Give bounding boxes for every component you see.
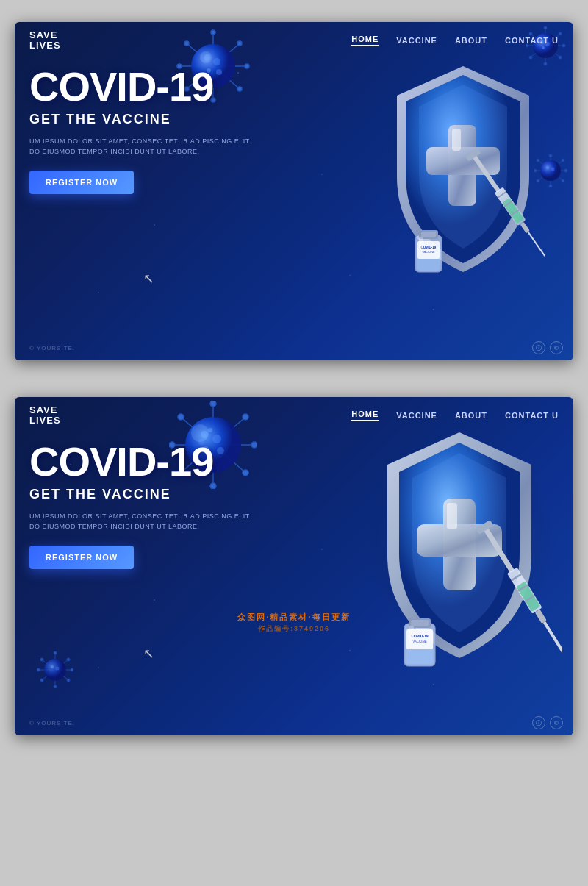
svg-point-45 — [562, 159, 564, 162]
register-button-2[interactable]: REGISTER NOW — [29, 546, 134, 569]
svg-point-18 — [213, 58, 220, 65]
nav-links-2: HOME VACCINE ABOUT CONTACT U — [351, 410, 559, 421]
instagram-icon[interactable]: © — [550, 341, 563, 354]
main-title-2: COVID-19 — [29, 441, 279, 482]
svg-rect-136 — [535, 610, 547, 624]
social-icons-2: ⓘ © — [532, 716, 563, 729]
svg-text:VACCINE: VACCINE — [422, 250, 435, 254]
panel-1: SAVE LIVES HOME VACCINE ABOUT CONTACT U — [15, 22, 573, 360]
sub-title-2: GET THE VACCINE — [29, 487, 279, 502]
svg-point-122 — [44, 659, 66, 681]
svg-rect-73 — [528, 232, 546, 257]
svg-rect-76 — [421, 232, 436, 237]
logo-line2: LIVES — [29, 40, 61, 51]
virus2-2 — [37, 651, 74, 691]
svg-point-123 — [51, 665, 54, 668]
svg-rect-64 — [452, 129, 461, 151]
nav2-vaccine[interactable]: VACCINE — [396, 411, 437, 420]
svg-point-111 — [71, 668, 74, 671]
nav2-home[interactable]: HOME — [351, 410, 379, 421]
svg-text:VACCINE: VACCINE — [412, 640, 427, 643]
logo-line1: SAVE — [29, 30, 61, 40]
panel-2: SAVE LIVES HOME VACCINE ABOUT CONTACT U — [15, 397, 573, 735]
nav-about[interactable]: ABOUT — [455, 36, 487, 45]
shield-container: COVID-19 VACCINE — [345, 51, 551, 301]
main-title: COVID-19 — [29, 66, 279, 107]
svg-rect-128 — [447, 503, 457, 529]
nav-home[interactable]: HOME — [351, 35, 379, 46]
logo-2: SAVE LIVES — [29, 405, 61, 426]
logo2-line1: SAVE — [29, 405, 61, 415]
nav2-contact[interactable]: CONTACT U — [505, 411, 559, 420]
register-button[interactable]: REGISTER NOW — [29, 171, 134, 194]
sub-title: GET THE VACCINE — [29, 112, 279, 127]
watermark: 众图网·精品素材·每日更新 作品编号:3749206 — [237, 612, 350, 634]
nav-vaccine[interactable]: VACCINE — [396, 36, 437, 45]
svg-point-113 — [67, 679, 70, 682]
cursor-icon-2: ↖ — [143, 646, 154, 662]
footer-text: © YOURSITE. — [29, 345, 75, 351]
facebook-icon[interactable]: ⓘ — [532, 341, 545, 354]
svg-point-117 — [40, 679, 43, 682]
svg-point-47 — [564, 169, 567, 172]
svg-point-107 — [54, 651, 57, 654]
cursor-icon: ↖ — [143, 271, 154, 287]
svg-point-119 — [37, 668, 40, 671]
svg-point-109 — [67, 658, 70, 661]
nav2-about[interactable]: ABOUT — [455, 411, 487, 420]
hero-content: COVID-19 GET THE VACCINE UM IPSUM DOLOR … — [29, 66, 279, 194]
svg-point-124 — [56, 667, 60, 671]
navbar: SAVE LIVES HOME VACCINE ABOUT CONTACT U — [15, 22, 573, 59]
hero-content-2: COVID-19 GET THE VACCINE UM IPSUM DOLOR … — [29, 441, 279, 569]
description-2: UM IPSUM DOLOR SIT AMET, CONSEC TETUR AD… — [29, 511, 279, 532]
shield-container-2: COVID-19 VACCINE — [334, 419, 562, 699]
instagram-icon-2[interactable]: © — [550, 716, 563, 729]
svg-point-121 — [40, 658, 43, 661]
logo: SAVE LIVES — [29, 30, 61, 51]
nav-contact[interactable]: CONTACT U — [505, 36, 559, 45]
svg-rect-127 — [417, 524, 502, 557]
svg-point-49 — [562, 179, 564, 182]
social-icons: ⓘ © — [532, 341, 563, 354]
nav-links: HOME VACCINE ABOUT CONTACT U — [351, 35, 559, 46]
svg-rect-81 — [419, 237, 423, 251]
svg-rect-140 — [411, 620, 429, 626]
description: UM IPSUM DOLOR SIT AMET, CONSEC TETUR AD… — [29, 136, 279, 157]
logo2-line2: LIVES — [29, 415, 61, 426]
navbar-2: SAVE LIVES HOME VACCINE ABOUT CONTACT U — [15, 397, 573, 434]
footer-text-2: © YOURSITE. — [29, 720, 75, 726]
svg-point-60 — [551, 168, 555, 171]
facebook-icon-2[interactable]: ⓘ — [532, 716, 545, 729]
svg-point-115 — [54, 685, 57, 688]
svg-rect-137 — [543, 621, 562, 653]
svg-rect-63 — [426, 147, 500, 175]
svg-rect-145 — [409, 626, 414, 643]
